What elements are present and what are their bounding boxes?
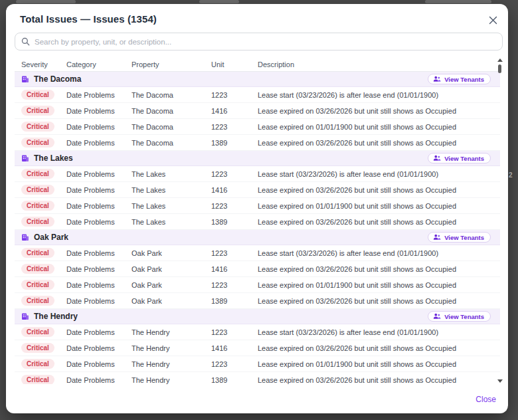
tenants-icon	[433, 76, 441, 82]
group-rows: Critical Date Problems Oak Park 1223 Lea…	[15, 245, 500, 309]
issue-property: The Hendry	[131, 376, 211, 384]
issue-property: The Dacoma	[131, 139, 211, 147]
scroll-up-arrow-icon[interactable]	[497, 58, 503, 62]
issue-category: Date Problems	[66, 107, 131, 115]
issue-property: Oak Park	[131, 249, 211, 257]
property-group-name: Oak Park	[34, 233, 68, 242]
background-partial-number: 2	[509, 171, 513, 179]
severity-badge: Critical	[21, 185, 54, 195]
view-tenants-button[interactable]: View Tenants	[428, 153, 491, 163]
close-icon[interactable]	[487, 15, 499, 26]
issue-property: The Dacoma	[131, 91, 211, 99]
issue-description: Lease expired on 03/26/2026 but unit sti…	[258, 139, 500, 147]
issue-row: Critical Date Problems Oak Park 1416 Lea…	[15, 261, 500, 277]
close-x-glyph	[489, 16, 497, 25]
view-tenants-button[interactable]: View Tenants	[428, 74, 491, 84]
issue-category: Date Problems	[66, 265, 131, 273]
search-input[interactable]	[35, 38, 496, 46]
issue-row: Critical Date Problems The Lakes 1389 Le…	[15, 214, 500, 230]
severity-badge: Critical	[21, 90, 54, 100]
severity-badge: Critical	[21, 296, 54, 306]
issue-description: Lease expired on 03/26/2026 but unit sti…	[258, 218, 500, 226]
issue-row: Critical Date Problems The Hendry 1223 L…	[15, 356, 500, 372]
issue-property: The Lakes	[131, 202, 211, 210]
view-tenants-button[interactable]: View Tenants	[428, 311, 491, 322]
severity-badge: Critical	[21, 359, 54, 369]
issue-category: Date Problems	[66, 218, 131, 226]
issue-category: Date Problems	[66, 170, 131, 178]
issue-property: The Dacoma	[131, 123, 211, 131]
issue-unit: 1416	[211, 265, 258, 273]
property-group-header: Oak Park View Tenants	[15, 230, 500, 245]
view-tenants-button[interactable]: View Tenants	[428, 232, 491, 243]
issue-unit: 1223	[211, 202, 258, 210]
issue-row: Critical Date Problems The Dacoma 1223 L…	[15, 119, 500, 135]
table-scroll-area[interactable]: The Dacoma View Tenants Critical Date Pr…	[15, 72, 500, 384]
issue-property: Oak Park	[131, 281, 211, 289]
property-group: The Hendry View Tenants Critical Date Pr…	[15, 309, 500, 384]
issues-table: Severity Category Property Unit Descript…	[15, 57, 500, 385]
issue-unit: 1389	[211, 297, 258, 305]
scrollbar-thumb[interactable]	[498, 64, 501, 73]
column-header-property: Property	[131, 60, 211, 68]
group-rows: Critical Date Problems The Hendry 1223 L…	[15, 324, 500, 384]
view-tenants-label: View Tenants	[444, 155, 484, 162]
issue-unit: 1389	[211, 218, 258, 226]
issue-unit: 1416	[211, 186, 258, 194]
issue-property: The Hendry	[131, 344, 211, 352]
issue-property: The Lakes	[131, 186, 211, 194]
search-bar[interactable]	[15, 33, 503, 51]
tenants-icon	[433, 155, 441, 161]
issue-category: Date Problems	[66, 186, 131, 194]
issue-description: Lease expired on 01/01/1900 but unit sti…	[258, 281, 500, 289]
issue-category: Date Problems	[66, 202, 131, 210]
issue-description: Lease expired on 03/26/2026 but unit sti…	[258, 344, 500, 352]
column-header-category: Category	[66, 60, 131, 68]
view-tenants-label: View Tenants	[444, 234, 484, 241]
background-fragment	[16, 0, 76, 3]
severity-badge: Critical	[21, 280, 54, 290]
issue-row: Critical Date Problems The Lakes 1416 Le…	[15, 182, 500, 198]
severity-badge: Critical	[21, 106, 54, 116]
issue-description: Lease start (03/23/2026) is after lease …	[258, 91, 500, 99]
modal-header: Total Issues — Issues (1354)	[6, 4, 508, 30]
close-button[interactable]: Close	[475, 395, 496, 404]
property-group: The Dacoma View Tenants Critical Date Pr…	[15, 72, 500, 151]
scroll-down-arrow-icon[interactable]	[497, 379, 503, 383]
severity-badge: Critical	[21, 343, 54, 353]
issue-property: Oak Park	[131, 265, 211, 273]
vertical-scrollbar[interactable]	[497, 57, 503, 383]
issue-description: Lease expired on 03/26/2026 but unit sti…	[258, 107, 500, 115]
property-group-header: The Lakes View Tenants	[15, 151, 500, 166]
severity-badge: Critical	[21, 248, 54, 258]
building-icon	[21, 75, 29, 83]
view-tenants-label: View Tenants	[444, 313, 484, 320]
issue-category: Date Problems	[66, 376, 131, 384]
issue-property: Oak Park	[131, 297, 211, 305]
issue-unit: 1416	[211, 107, 258, 115]
issue-property: The Hendry	[131, 328, 211, 336]
column-header-unit: Unit	[211, 60, 258, 68]
background-fragment	[425, 0, 491, 3]
issue-unit: 1223	[211, 91, 258, 99]
issue-row: Critical Date Problems Oak Park 1389 Lea…	[15, 293, 500, 309]
building-icon	[21, 312, 29, 320]
tenants-icon	[433, 234, 441, 241]
severity-badge: Critical	[21, 122, 54, 132]
severity-badge: Critical	[21, 201, 54, 211]
issue-property: The Hendry	[131, 360, 211, 368]
modal-title: Total Issues — Issues (1354)	[20, 13, 157, 25]
severity-badge: Critical	[21, 327, 54, 337]
issue-category: Date Problems	[66, 297, 131, 305]
issue-property: The Lakes	[131, 170, 211, 178]
property-group-name: The Hendry	[34, 312, 78, 321]
issue-description: Lease expired on 01/01/1900 but unit sti…	[258, 202, 500, 210]
issue-category: Date Problems	[66, 360, 131, 368]
background-fragment	[199, 0, 239, 3]
issue-description: Lease expired on 01/01/1900 but unit sti…	[258, 360, 500, 368]
building-icon	[21, 154, 29, 162]
property-group-name: The Lakes	[34, 154, 73, 163]
issue-category: Date Problems	[66, 123, 131, 131]
issue-property: The Lakes	[131, 218, 211, 226]
issue-unit: 1223	[211, 249, 258, 257]
